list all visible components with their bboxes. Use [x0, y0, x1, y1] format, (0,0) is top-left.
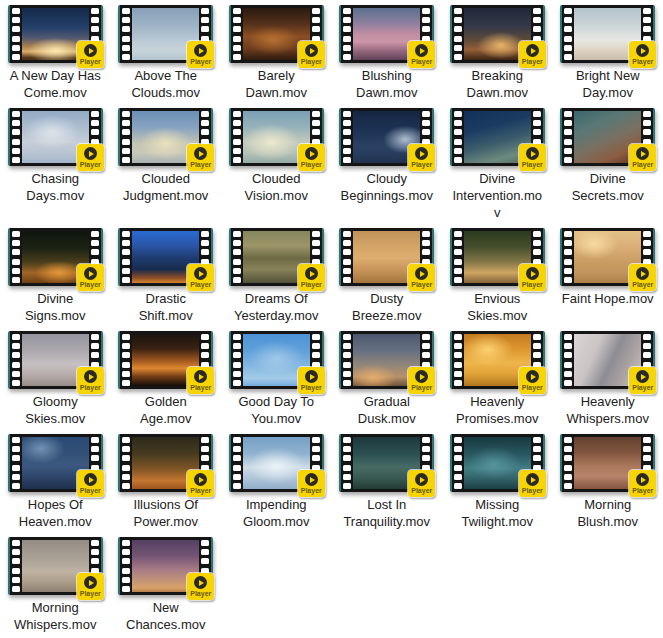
player-badge[interactable]: Player — [187, 470, 214, 497]
video-item[interactable]: Player Envious Skies.mov — [442, 228, 553, 331]
video-item[interactable]: Player Blushing Dawn.mov — [332, 5, 443, 108]
video-thumbnail[interactable]: Player — [8, 331, 103, 389]
video-thumbnail[interactable]: Player — [8, 537, 103, 595]
video-item[interactable]: Player Heavenly Whispers.mov — [553, 331, 663, 434]
video-item[interactable]: Player Heavenly Promises.mov — [442, 331, 553, 434]
video-thumbnail[interactable]: Player — [229, 5, 324, 63]
video-thumbnail[interactable]: Player — [229, 434, 324, 492]
video-filename[interactable]: Divine Signs.mov — [8, 290, 102, 324]
video-thumbnail[interactable]: Player — [560, 5, 655, 63]
video-filename[interactable]: Gradual Dusk.mov — [340, 393, 434, 427]
video-item[interactable]: Player Dreams Of Yesterday.mov — [221, 228, 332, 331]
video-thumbnail[interactable]: Player — [450, 5, 545, 63]
player-badge[interactable]: Player — [77, 144, 104, 171]
player-badge[interactable]: Player — [298, 144, 325, 171]
player-badge[interactable]: Player — [519, 367, 546, 394]
player-badge[interactable]: Player — [408, 470, 435, 497]
video-filename[interactable]: Impending Gloom.mov — [229, 496, 323, 530]
video-filename[interactable]: Envious Skies.mov — [450, 290, 544, 324]
player-badge[interactable]: Player — [187, 264, 214, 291]
video-filename[interactable]: Divine Intervention.mov — [450, 170, 544, 221]
player-badge[interactable]: Player — [77, 41, 104, 68]
video-filename[interactable]: Morning Blush.mov — [561, 496, 655, 530]
video-thumbnail[interactable]: Player — [229, 228, 324, 286]
video-item[interactable]: Player A New Day Has Come.mov — [0, 5, 111, 108]
video-thumbnail[interactable]: Player — [339, 108, 434, 166]
player-badge[interactable]: Player — [77, 264, 104, 291]
video-item[interactable]: Player Chasing Days.mov — [0, 108, 111, 228]
video-filename[interactable]: Cloudy Beginnings.mov — [340, 170, 434, 204]
video-thumbnail[interactable]: Player — [450, 108, 545, 166]
player-badge[interactable]: Player — [408, 41, 435, 68]
video-thumbnail[interactable]: Player — [339, 434, 434, 492]
video-thumbnail[interactable]: Player — [450, 434, 545, 492]
video-thumbnail[interactable]: Player — [339, 331, 434, 389]
player-badge[interactable]: Player — [629, 144, 656, 171]
player-badge[interactable]: Player — [519, 264, 546, 291]
player-badge[interactable]: Player — [298, 41, 325, 68]
video-thumbnail[interactable]: Player — [118, 537, 213, 595]
video-filename[interactable]: Golden Age.mov — [119, 393, 213, 427]
video-filename[interactable]: Illusions Of Power.mov — [119, 496, 213, 530]
video-item[interactable]: Player Drastic Shift.mov — [111, 228, 222, 331]
player-badge[interactable]: Player — [187, 573, 214, 600]
video-thumbnail[interactable]: Player — [118, 228, 213, 286]
video-item[interactable]: Player Impending Gloom.mov — [221, 434, 332, 537]
video-filename[interactable]: Gloomy Skies.mov — [8, 393, 102, 427]
video-item[interactable]: Player Barely Dawn.mov — [221, 5, 332, 108]
video-filename[interactable]: Above The Clouds.mov — [119, 67, 213, 101]
video-item[interactable]: Player Lost In Tranquility.mov — [332, 434, 443, 537]
player-badge[interactable]: Player — [187, 144, 214, 171]
video-item[interactable]: Player Bright New Day.mov — [553, 5, 663, 108]
video-filename[interactable]: Breaking Dawn.mov — [450, 67, 544, 101]
video-item[interactable]: Player Good Day To You.mov — [221, 331, 332, 434]
video-thumbnail[interactable]: Player — [118, 331, 213, 389]
player-badge[interactable]: Player — [629, 367, 656, 394]
video-filename[interactable]: Morning Whispers.mov — [8, 599, 102, 633]
video-thumbnail[interactable]: Player — [339, 228, 434, 286]
video-thumbnail[interactable]: Player — [118, 434, 213, 492]
video-thumbnail[interactable]: Player — [560, 434, 655, 492]
player-badge[interactable]: Player — [298, 367, 325, 394]
video-filename[interactable]: Dreams Of Yesterday.mov — [229, 290, 323, 324]
video-filename[interactable]: Divine Secrets.mov — [561, 170, 655, 204]
video-thumbnail[interactable]: Player — [8, 5, 103, 63]
video-filename[interactable]: Clouded Judgment.mov — [119, 170, 213, 204]
video-filename[interactable]: Barely Dawn.mov — [229, 67, 323, 101]
video-filename[interactable]: Blushing Dawn.mov — [340, 67, 434, 101]
player-badge[interactable]: Player — [519, 41, 546, 68]
video-item[interactable]: Player Golden Age.mov — [111, 331, 222, 434]
player-badge[interactable]: Player — [519, 470, 546, 497]
video-item[interactable]: Player Clouded Judgment.mov — [111, 108, 222, 228]
video-item[interactable]: Player Cloudy Beginnings.mov — [332, 108, 443, 228]
video-item[interactable]: Player Gradual Dusk.mov — [332, 331, 443, 434]
video-thumbnail[interactable]: Player — [229, 331, 324, 389]
video-thumbnail[interactable]: Player — [8, 228, 103, 286]
video-item[interactable]: Player Breaking Dawn.mov — [442, 5, 553, 108]
video-thumbnail[interactable]: Player — [118, 108, 213, 166]
video-item[interactable]: Player New Chances.mov — [111, 537, 222, 638]
video-filename[interactable]: Heavenly Whispers.mov — [561, 393, 655, 427]
video-thumbnail[interactable]: Player — [118, 5, 213, 63]
player-badge[interactable]: Player — [519, 144, 546, 171]
video-item[interactable]: Player Dusty Breeze.mov — [332, 228, 443, 331]
player-badge[interactable]: Player — [629, 264, 656, 291]
video-item[interactable]: Player Above The Clouds.mov — [111, 5, 222, 108]
video-filename[interactable]: Chasing Days.mov — [8, 170, 102, 204]
video-filename[interactable]: Bright New Day.mov — [561, 67, 655, 101]
player-badge[interactable]: Player — [629, 41, 656, 68]
player-badge[interactable]: Player — [408, 264, 435, 291]
video-item[interactable]: Player Divine Intervention.mov — [442, 108, 553, 228]
player-badge[interactable]: Player — [77, 367, 104, 394]
video-item[interactable]: Player Divine Signs.mov — [0, 228, 111, 331]
video-thumbnail[interactable]: Player — [229, 108, 324, 166]
video-thumbnail[interactable]: Player — [8, 434, 103, 492]
video-thumbnail[interactable]: Player — [560, 108, 655, 166]
player-badge[interactable]: Player — [187, 41, 214, 68]
video-item[interactable]: Player Morning Whispers.mov — [0, 537, 111, 638]
player-badge[interactable]: Player — [408, 144, 435, 171]
video-filename[interactable]: Clouded Vision.mov — [229, 170, 323, 204]
player-badge[interactable]: Player — [408, 367, 435, 394]
video-item[interactable]: Player Illusions Of Power.mov — [111, 434, 222, 537]
video-filename[interactable]: Drastic Shift.mov — [119, 290, 213, 324]
